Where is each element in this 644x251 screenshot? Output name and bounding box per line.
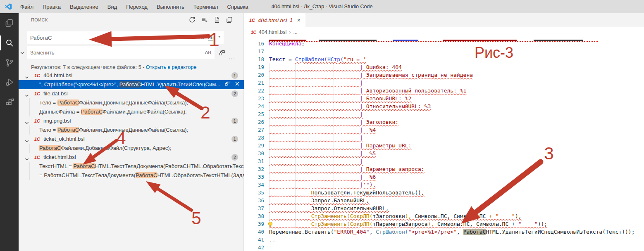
- menu-0[interactable]: Файл: [16, 4, 38, 10]
- line-number: 20: [244, 71, 264, 79]
- whole-word-toggle[interactable]: ab: [208, 35, 214, 40]
- menu-4[interactable]: Переход: [122, 4, 152, 10]
- code-line-28[interactable]: 28 |: [244, 134, 644, 142]
- title-bar: ФайлПравкаВыделениеВидПереходВыполнитьТе…: [0, 0, 644, 13]
- search-input[interactable]: [30, 31, 167, 44]
- code-line-36[interactable]: 36 Запрос.БазовыйURL,: [244, 197, 644, 204]
- line-number: 23: [244, 95, 264, 102]
- line-number: 36: [244, 197, 264, 204]
- code-line-27[interactable]: 27 | %4: [244, 126, 644, 134]
- search-result-match[interactable]: РаботаСФайлами.ДобавитьФайл(Структура, А…: [19, 144, 244, 153]
- tab-label: 404.html.bsl: [258, 17, 287, 24]
- code-line-42[interactable]: 42: [244, 244, 644, 251]
- search-result-file[interactable]: 1Сfile.dat.bsl2: [19, 89, 244, 98]
- editor-group: 1С 404.html.bsl 1 × 1С 404.html.bsl › ..…: [244, 13, 644, 251]
- code-line-29[interactable]: 29 | Параметры URL:: [244, 142, 644, 149]
- code-line-17[interactable]: 17: [244, 47, 644, 55]
- lightbulb-icon[interactable]: [267, 221, 273, 227]
- search-result-file[interactable]: 1Сticket.html.bsl2: [19, 153, 244, 162]
- line-number: 40: [244, 228, 264, 236]
- code-line-23[interactable]: 23 | БазовыйURL: %2: [244, 95, 644, 102]
- menu-3[interactable]: Вид: [103, 4, 122, 10]
- match-count-badge: 2: [231, 90, 238, 97]
- replace-all-button[interactable]: [217, 48, 227, 57]
- selected-word-highlight: РаботаС: [463, 229, 486, 235]
- search-result-match[interactable]: Тело = РаботаСФайлами.ДвоичныеДанныеФайл…: [19, 98, 244, 107]
- code-line-16[interactable]: 16КонецЦикла;: [244, 40, 644, 47]
- tab-close-icon[interactable]: ×: [297, 17, 301, 24]
- code-line-37[interactable]: 37 Запрос.ОтносительныйURL,: [244, 204, 644, 212]
- code-line-24[interactable]: 24 | ОтносительныйURL: %3: [244, 102, 644, 110]
- search-result-file[interactable]: 1С404.html.bsl1: [19, 71, 244, 80]
- code-line-31[interactable]: 31 |: [244, 157, 644, 165]
- replace-icon[interactable]: [225, 80, 231, 89]
- 1c-file-icon: 1С: [34, 135, 40, 144]
- explorer-icon[interactable]: [0, 13, 19, 33]
- match-case-toggle[interactable]: Aa: [198, 35, 204, 40]
- extensions-icon[interactable]: [0, 92, 19, 112]
- code-line-19[interactable]: 19 | Ошибка: 404: [244, 63, 644, 71]
- code-editor[interactable]: 16КонецЦикла;1718Текст = СтрШаблон(НСтр(…: [244, 37, 644, 251]
- code-line-26[interactable]: 26 | Заголовки:: [244, 118, 644, 126]
- search-result-match[interactable]: ДанныеФайла = РаботаСФайлами.ДанныеФайла…: [19, 107, 244, 116]
- code-line-41[interactable]: 41..: [244, 236, 644, 244]
- activity-bar: [0, 13, 19, 251]
- match-highlight: РаботаС: [119, 81, 141, 88]
- search-result-file[interactable]: 1Сticket_ok.html.bsl1: [19, 135, 244, 144]
- breadcrumb-more[interactable]: ...: [293, 29, 297, 35]
- search-icon[interactable]: [0, 33, 19, 53]
- file-name: 404.html.bsl: [43, 71, 72, 80]
- menu-1[interactable]: Правка: [38, 4, 65, 10]
- menu-7[interactable]: Справка: [223, 4, 253, 10]
- code-line-25[interactable]: 25 |: [244, 110, 644, 118]
- code-line-21[interactable]: 21 |: [244, 79, 644, 87]
- match-highlight: РаботаС: [57, 127, 79, 133]
- line-number: 39: [244, 220, 264, 228]
- code-line-35[interactable]: 35 Пользователи.ТекущийПользователь(),: [244, 189, 644, 197]
- search-result-file[interactable]: 1Сimg.png.bsl1: [19, 116, 244, 126]
- code-line-38[interactable]: 38 СтрЗаменить(СокрЛП(тЗаголовки), Симво…: [244, 212, 644, 220]
- search-result-match[interactable]: = РаботаСHTML.ТекстТелаДокумента(РаботаС…: [19, 171, 244, 180]
- menu-2[interactable]: Выделение: [65, 4, 103, 10]
- source-control-icon[interactable]: [0, 53, 19, 73]
- menu-5[interactable]: Выполнить: [152, 4, 189, 10]
- regex-toggle[interactable]: .*: [217, 35, 220, 40]
- tab-bar: 1С 404.html.bsl 1 ×: [244, 13, 644, 27]
- new-search-editor-icon[interactable]: [213, 16, 221, 24]
- code-line-32[interactable]: 32 | Параметры запроса:: [244, 165, 644, 173]
- code-line-20[interactable]: 20 | Запрашиваемая страница не найдена: [244, 71, 644, 79]
- refresh-icon[interactable]: [188, 16, 196, 24]
- breadcrumb-separator: ›: [289, 29, 291, 35]
- line-number: 42: [244, 244, 264, 251]
- search-result-match[interactable]: Тело = РаботаСФайлами.ДвоичныеДанныеФайл…: [19, 126, 244, 135]
- run-debug-icon[interactable]: [0, 73, 19, 92]
- search-result-match[interactable]: ", СтрШаблон("<pre>%1</pre>", РаботаСHTM…: [19, 80, 244, 89]
- line-number: 28: [244, 134, 264, 142]
- code-line-34[interactable]: 34 |'"),: [244, 181, 644, 189]
- dismiss-icon[interactable]: [235, 80, 240, 89]
- code-line-30[interactable]: 30 | %5: [244, 149, 644, 157]
- search-result-match[interactable]: ТекстHTML = РаботаСHTML.ТекстТелаДокумен…: [19, 162, 244, 171]
- toggle-search-details[interactable]: ···: [229, 55, 235, 62]
- clear-results-icon[interactable]: [200, 16, 209, 24]
- preserve-case-toggle[interactable]: AB: [205, 50, 211, 55]
- code-line-18[interactable]: 18Текст = СтрШаблон(НСтр("ru = ': [244, 55, 644, 63]
- menu-6[interactable]: Терминал: [189, 4, 223, 10]
- toggle-replace-chevron-icon[interactable]: [20, 50, 26, 55]
- code-lines: 16КонецЦикла;1718Текст = СтрШаблон(НСтр(…: [244, 40, 644, 251]
- 1c-file-icon: 1С: [34, 89, 40, 98]
- code-line-39[interactable]: 39 СтрЗаменить(СокрЛП(тПараметрыЗапроса)…: [244, 220, 644, 228]
- line-number: 41: [244, 236, 264, 244]
- open-editors-icon[interactable]: [225, 16, 234, 24]
- code-line-33[interactable]: 33 | %6: [244, 173, 644, 181]
- 1c-file-icon: 1С: [249, 18, 255, 23]
- open-in-editor-link[interactable]: Открыть в редакторе: [146, 64, 197, 70]
- breadcrumb-file[interactable]: 404.html.bsl: [259, 29, 286, 35]
- line-number: 26: [244, 118, 264, 126]
- chevron-down-icon: [25, 119, 29, 126]
- replace-input[interactable]: [30, 46, 167, 59]
- replace-box: AB: [27, 46, 215, 59]
- tab-404-html-bsl[interactable]: 1С 404.html.bsl 1 ×: [244, 13, 305, 27]
- code-line-40[interactable]: 40Переменные.Вставить("ERROR_404", СтрШа…: [244, 228, 644, 236]
- code-line-22[interactable]: 22 | Авторизованный пользователь: %1: [244, 87, 644, 95]
